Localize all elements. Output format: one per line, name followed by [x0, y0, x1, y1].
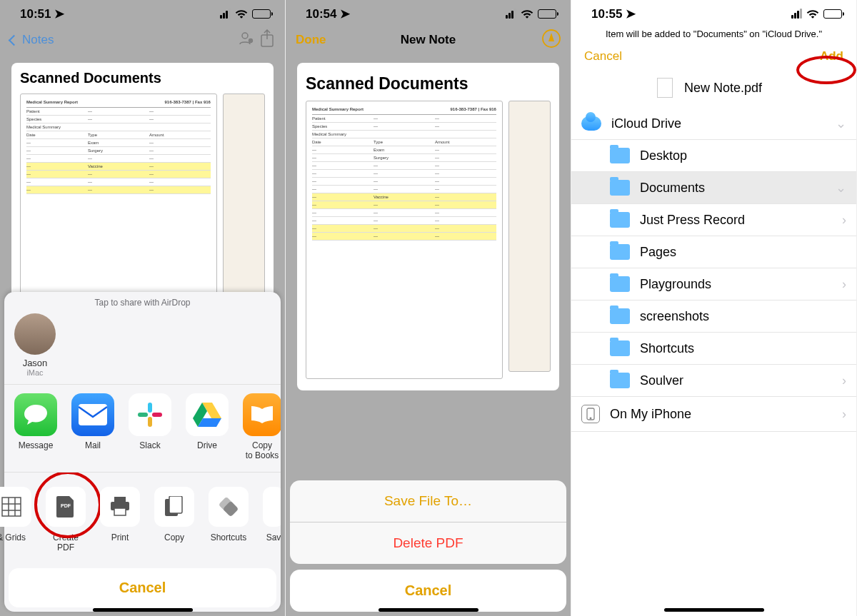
back-label: Notes — [22, 33, 54, 47]
folder-screenshots[interactable]: screenshots — [571, 301, 856, 333]
folder-label: Soulver — [640, 373, 683, 388]
folder-icon — [610, 180, 630, 196]
back-button[interactable]: Notes — [10, 33, 74, 47]
folder-icon — [610, 308, 630, 324]
file-name: New Note.pdf — [684, 81, 762, 96]
app-label: Drive — [197, 440, 217, 450]
app-message[interactable]: Message — [14, 393, 57, 460]
folder-icon — [610, 148, 630, 163]
svg-point-0 — [242, 33, 248, 39]
shortcuts-icon — [209, 487, 249, 527]
action-grids[interactable]: & Grids — [0, 487, 31, 552]
pdf-icon: PDF — [46, 487, 86, 527]
signal-icon — [506, 9, 516, 19]
home-indicator[interactable] — [379, 608, 478, 612]
folder-shortcuts[interactable]: Shortcuts — [571, 333, 856, 365]
add-button[interactable]: Add — [820, 49, 843, 64]
svg-point-19 — [590, 418, 591, 419]
folder-documents[interactable]: Documents⌄ — [571, 172, 856, 204]
folder-desktop[interactable]: Desktop — [571, 140, 856, 172]
contact-name: Jason — [14, 358, 56, 368]
location-on-my-iphone[interactable]: On My iPhone › — [571, 397, 856, 432]
share-sheet: Tap to share with AirDrop Jason iMac Mes… — [4, 292, 281, 612]
location-label: iCloud Drive — [611, 116, 681, 131]
home-indicator[interactable] — [664, 608, 764, 612]
location-icon: ➤ — [626, 7, 636, 21]
wifi-icon — [235, 9, 248, 19]
share-icon[interactable] — [259, 29, 275, 51]
folder-soulver[interactable]: Soulver› — [571, 365, 856, 397]
home-indicator[interactable] — [93, 608, 193, 612]
action-save[interactable]: Sav — [263, 487, 281, 552]
airdrop-contact[interactable]: Jason iMac — [14, 313, 56, 377]
cancel-button[interactable]: Cancel — [584, 49, 622, 64]
svg-rect-10 — [114, 497, 126, 502]
folder-pages[interactable]: Pages — [571, 236, 856, 268]
action-create-pdf[interactable]: PDFCreate PDF — [46, 487, 86, 552]
status-bar: 10:54 ➤ — [286, 0, 571, 24]
airdrop-hint: Tap to share with AirDrop — [4, 292, 281, 313]
app-slack[interactable]: Slack — [129, 393, 171, 460]
file-preview: New Note.pdf — [571, 69, 856, 102]
delete-pdf-button[interactable]: Delete PDF — [290, 522, 566, 564]
svg-text:PDF: PDF — [61, 503, 71, 508]
app-label: Mail — [85, 440, 101, 450]
folder-label: Pages — [640, 245, 676, 260]
markup-icon[interactable] — [542, 29, 561, 51]
note-title: Scanned Documents — [20, 70, 265, 86]
folder-icon — [610, 244, 630, 260]
action-label: Shortcuts — [211, 532, 247, 542]
print-icon — [100, 487, 140, 527]
folder-label: Desktop — [640, 148, 687, 163]
action-sheet: Save File To… Delete PDF Cancel — [290, 480, 566, 612]
action-label: & Grids — [0, 532, 26, 542]
save-icon — [263, 487, 281, 527]
chevron-right-icon: › — [842, 277, 846, 292]
signal-icon — [791, 9, 802, 19]
folder-icon — [610, 276, 630, 292]
status-time: 10:54 — [306, 7, 336, 21]
done-button[interactable]: Done — [296, 33, 360, 47]
folder-justpressrecord[interactable]: Just Press Record› — [571, 204, 856, 236]
svg-rect-7 — [152, 413, 162, 417]
avatar — [14, 313, 56, 355]
svg-rect-5 — [138, 413, 148, 417]
action-shortcuts[interactable]: Shortcuts — [209, 487, 249, 552]
signal-icon — [220, 9, 231, 19]
app-drive[interactable]: Drive — [186, 393, 229, 460]
app-label: Message — [19, 440, 54, 450]
svg-rect-4 — [148, 403, 152, 413]
status-time: 10:55 — [591, 7, 622, 21]
folder-label: Shortcuts — [640, 341, 694, 356]
action-print[interactable]: Print — [100, 487, 140, 552]
action-copy[interactable]: Copy — [154, 487, 194, 552]
folder-label: Documents — [640, 181, 705, 196]
folder-playgrounds[interactable]: Playgrounds› — [571, 268, 856, 301]
location-icloud[interactable]: iCloud Drive ⌄ — [571, 108, 856, 140]
status-time: 10:51 — [20, 7, 51, 21]
chevron-right-icon: › — [842, 373, 846, 388]
cancel-button[interactable]: Cancel — [9, 568, 276, 607]
battery-icon — [252, 9, 271, 19]
folder-icon — [610, 373, 630, 388]
save-file-button[interactable]: Save File To… — [290, 480, 566, 522]
copy-icon — [154, 487, 194, 527]
chevron-down-icon: ⌄ — [836, 116, 846, 131]
folder-label: Just Press Record — [640, 213, 745, 228]
collaborate-icon[interactable] — [238, 30, 255, 51]
destination-message: Item will be added to "Documents" on "iC… — [571, 24, 856, 44]
cancel-button[interactable]: Cancel — [290, 570, 566, 612]
scanned-preview: Medical Summary Report916-383-7387 | Fax… — [20, 94, 265, 308]
action-label: Create PDF — [53, 532, 79, 552]
svg-rect-8 — [2, 498, 21, 516]
nav-bar: Done New Note — [286, 24, 571, 56]
app-mail[interactable]: Mail — [71, 393, 114, 460]
note-title: Scanned Documents — [306, 74, 551, 94]
iphone-icon — [581, 405, 600, 423]
location-list: iCloud Drive ⌄ Desktop Documents⌄ Just P… — [571, 108, 856, 432]
scanned-preview: Medical Summary Report916-383-7387 | Fax… — [306, 101, 551, 379]
svg-rect-3 — [79, 404, 107, 425]
icloud-icon — [581, 116, 601, 131]
action-label: Print — [111, 532, 129, 542]
app-books[interactable]: Copy to Books — [243, 393, 281, 460]
